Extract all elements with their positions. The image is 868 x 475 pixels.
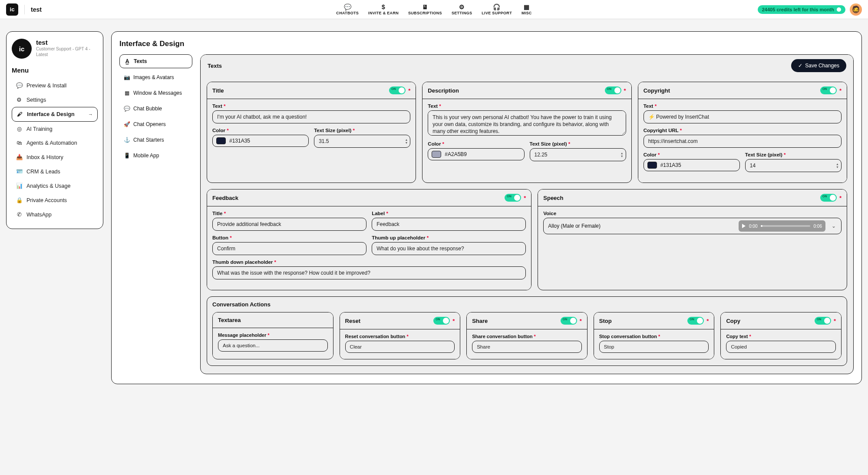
- card-feedback: Feedback * Title *: [207, 189, 531, 290]
- stop-input[interactable]: [599, 341, 709, 353]
- copyright-color-input[interactable]: #131A35: [644, 159, 740, 171]
- description-text-input[interactable]: [428, 110, 626, 136]
- speech-toggle[interactable]: [820, 194, 837, 202]
- description-color-input[interactable]: #A2A5B9: [428, 148, 524, 160]
- section-header: Texts: [208, 63, 222, 69]
- lock-icon: 🔒: [16, 197, 22, 203]
- share-input[interactable]: [472, 341, 582, 353]
- sidebar-item-private-accounts[interactable]: 🔒Private Accounts: [12, 193, 98, 207]
- copy-label: Copy text *: [726, 334, 836, 339]
- textarea-msg-input[interactable]: [218, 339, 328, 352]
- audio-track[interactable]: [761, 225, 810, 227]
- workspace-title: test: [31, 6, 42, 13]
- topnav-live-support[interactable]: 🎧LIVE SUPPORT: [482, 4, 512, 15]
- title-color-input[interactable]: #131A35: [212, 135, 309, 147]
- content: Texts ✓Save Changes Title *: [200, 54, 854, 374]
- subnav-chat-starters[interactable]: ⚓Chat Starters: [119, 133, 192, 146]
- chat-icon: 💬: [124, 106, 130, 112]
- bag-icon: 🛍: [16, 140, 22, 146]
- topnav-invite-earn[interactable]: $INVITE & EARN: [368, 4, 399, 15]
- subnav-images-avatars[interactable]: 📷Images & Avatars: [119, 71, 192, 84]
- title-text-label: Text *: [212, 103, 410, 109]
- subnav-chat-openers[interactable]: 🚀Chat Openers: [119, 118, 192, 131]
- credits-badge[interactable]: 24405 credits left for this month: [758, 5, 845, 14]
- user-avatar[interactable]: 🧔: [850, 3, 862, 16]
- card-textarea: Textarea Message placeholder *: [212, 312, 333, 359]
- title-toggle[interactable]: [389, 86, 406, 94]
- reset-input[interactable]: [345, 341, 455, 353]
- subnav-mobile-app[interactable]: 📱Mobile App: [119, 149, 192, 162]
- copyright-size-input[interactable]: [745, 159, 842, 172]
- camera-icon: 📷: [124, 74, 130, 80]
- sidebar-item-crm-leads[interactable]: 🪪CRM & Leads: [12, 164, 98, 179]
- sidebar-item-preview-install[interactable]: 💬Preview & Install: [12, 78, 98, 93]
- description-size-input[interactable]: [530, 148, 626, 161]
- sidebar-item-agents-automation[interactable]: 🛍Agents & Automation: [12, 136, 98, 150]
- feedback-thumbdown-input[interactable]: [212, 266, 526, 279]
- textarea-msg-label: Message placeholder *: [218, 332, 328, 338]
- card-speech-heading: Speech: [543, 195, 563, 201]
- reset-toggle[interactable]: [433, 317, 450, 325]
- conversation-actions-heading: Conversation Actions: [212, 301, 842, 308]
- card-conversation-actions: Conversation Actions Textarea Message pl…: [207, 296, 847, 366]
- title-size-input[interactable]: [314, 135, 410, 148]
- copyright-toggle[interactable]: [820, 86, 837, 94]
- subnav-chat-bubble[interactable]: 💬Chat Bubble: [119, 102, 192, 115]
- share-toggle[interactable]: [561, 317, 577, 325]
- sidebar-item-whatsapp[interactable]: ✆WhatsApp: [12, 207, 98, 222]
- app-logo: ic: [6, 3, 18, 16]
- feedback-button-input[interactable]: [212, 242, 366, 255]
- topnav: 💬CHATBOTS $INVITE & EARN 🖥SUBSCRIPTIONS …: [336, 4, 531, 15]
- sidebar-item-analytics-usage[interactable]: 📊Analytics & Usage: [12, 179, 98, 193]
- card-speech: Speech * Voice Alloy (Male or Female): [538, 189, 847, 290]
- topnav-settings[interactable]: ⚙SETTINGS: [452, 4, 472, 15]
- stop-toggle[interactable]: [687, 317, 704, 325]
- title-size-label: Text Size (pixel) *: [314, 128, 410, 133]
- stepper-icon[interactable]: ▲▼: [620, 152, 624, 158]
- subnav-window-messages[interactable]: ▦Window & Messages: [119, 86, 192, 100]
- whatsapp-icon: ✆: [16, 211, 22, 218]
- sidebar-item-ai-training[interactable]: ◎AI Training: [12, 122, 98, 136]
- feedback-label-input[interactable]: [372, 218, 526, 231]
- divider: [24, 5, 25, 14]
- sidebar-item-settings[interactable]: ⚙Settings: [12, 93, 98, 107]
- topnav-misc[interactable]: ▦MISC: [521, 4, 532, 15]
- description-toggle[interactable]: [605, 86, 621, 94]
- arrow-right-icon: →: [88, 112, 93, 117]
- topnav-chatbots[interactable]: 💬CHATBOTS: [336, 4, 359, 15]
- title-text-input[interactable]: [212, 110, 410, 123]
- status-dot-icon: [837, 7, 841, 12]
- bot-logo: ic: [12, 39, 32, 59]
- feedback-title-input[interactable]: [212, 218, 366, 231]
- card-share: Share* Share conversation button *: [466, 312, 587, 359]
- color-swatch-icon: [216, 137, 226, 144]
- subnav-texts[interactable]: A̲Texts: [119, 54, 192, 68]
- save-changes-button[interactable]: ✓Save Changes: [791, 59, 846, 72]
- topbar: ic test 💬CHATBOTS $INVITE & EARN 🖥SUBSCR…: [0, 0, 868, 19]
- chevron-down-icon[interactable]: ⌄: [830, 223, 838, 229]
- topnav-subscriptions[interactable]: 🖥SUBSCRIPTIONS: [408, 4, 442, 15]
- stepper-icon[interactable]: ▲▼: [836, 163, 839, 169]
- feedback-thumbup-input[interactable]: [372, 242, 526, 255]
- play-icon[interactable]: [742, 224, 746, 228]
- copyright-url-input[interactable]: [644, 135, 842, 148]
- speech-voice-select[interactable]: Alloy (Male or Female) 0:00 0:06 ⌄: [543, 218, 842, 234]
- sidebar-item-interface-design[interactable]: 🖌Interface & Design→: [12, 107, 98, 122]
- audio-player[interactable]: 0:00 0:06: [739, 220, 825, 232]
- sidebar-item-inbox-history[interactable]: 📥Inbox & History: [12, 150, 98, 164]
- copyright-url-label: Copyright URL *: [644, 128, 842, 133]
- gear-icon: ⚙: [459, 4, 465, 10]
- main-panel: Interface & Design A̲Texts 📷Images & Ava…: [111, 31, 862, 384]
- card-title-heading: Title: [212, 87, 224, 94]
- headset-icon: 🎧: [493, 4, 500, 10]
- bot-subtitle: Customer Support - GPT 4 - Latest: [36, 46, 98, 57]
- chart-icon: 📊: [16, 183, 22, 189]
- feedback-toggle[interactable]: [505, 194, 521, 202]
- copy-input[interactable]: [726, 341, 836, 353]
- feedback-thumbdown-label: Thumb down placeholder *: [212, 259, 526, 265]
- card-title: Title * Text * Color *: [207, 82, 416, 183]
- copy-toggle[interactable]: [815, 317, 831, 325]
- feedback-title-label: Title *: [212, 211, 366, 216]
- stepper-icon[interactable]: ▲▼: [405, 138, 408, 144]
- copyright-text-input[interactable]: [644, 110, 842, 123]
